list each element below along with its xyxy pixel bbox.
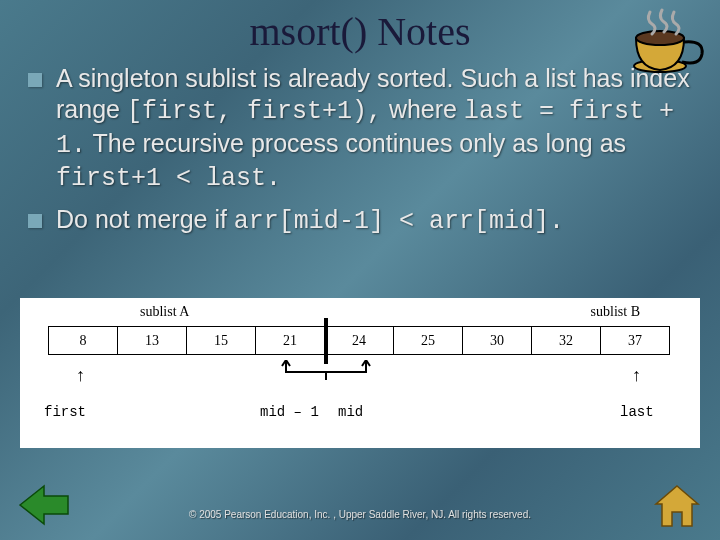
last-label: last bbox=[620, 404, 654, 420]
up-arrow-icon: ↑ bbox=[632, 366, 641, 384]
array-cell: 25 bbox=[394, 327, 463, 355]
up-arrow-icon: ↑ bbox=[76, 366, 85, 384]
bullet-marker-icon bbox=[28, 73, 42, 87]
bullet-text: Do not merge if arr[mid-1] < arr[mid]. bbox=[56, 204, 564, 237]
array-cell: 30 bbox=[463, 327, 532, 355]
array-cell: 8 bbox=[49, 327, 118, 355]
array-cell: 32 bbox=[532, 327, 601, 355]
bullet-item: A singleton sublist is already sorted. S… bbox=[28, 63, 692, 194]
array-cell: 24 bbox=[325, 327, 394, 355]
array-cell: 13 bbox=[118, 327, 187, 355]
home-button[interactable] bbox=[652, 484, 702, 528]
bullet-marker-icon bbox=[28, 214, 42, 228]
first-label: first bbox=[44, 404, 86, 420]
mid-minus-1-label: mid – 1 bbox=[260, 404, 319, 420]
back-button[interactable] bbox=[18, 484, 70, 526]
array-cell: 15 bbox=[187, 327, 256, 355]
slide-title: msort() Notes bbox=[0, 0, 720, 55]
coffee-cup-icon bbox=[628, 8, 708, 78]
array-table: 81315212425303237 bbox=[48, 326, 670, 355]
sublist-b-label: sublist B bbox=[591, 304, 640, 320]
copyright-footer: © 2005 Pearson Education, Inc. , Upper S… bbox=[0, 509, 720, 520]
bullet-item: Do not merge if arr[mid-1] < arr[mid]. bbox=[28, 204, 692, 237]
mid-label: mid bbox=[338, 404, 363, 420]
array-cell: 37 bbox=[601, 327, 670, 355]
array-cell: 21 bbox=[256, 327, 325, 355]
slide: msort() Notes A singleton sublist is alr… bbox=[0, 0, 720, 540]
bracket-icon bbox=[272, 360, 380, 382]
mid-divider bbox=[324, 318, 328, 364]
sublist-a-label: sublist A bbox=[140, 304, 189, 320]
content-area: A singleton sublist is already sorted. S… bbox=[0, 55, 720, 237]
array-diagram: sublist A sublist B 81315212425303237 ↑ … bbox=[20, 298, 700, 448]
bullet-text: A singleton sublist is already sorted. S… bbox=[56, 63, 692, 194]
